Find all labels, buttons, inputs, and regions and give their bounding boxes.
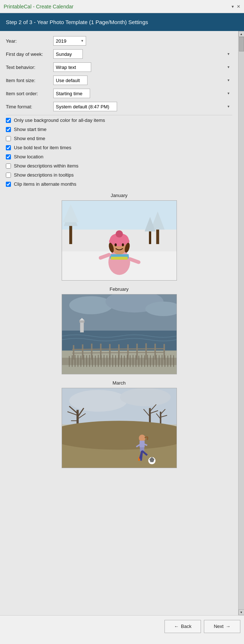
checkbox-row-5: Show location xyxy=(6,154,232,159)
item-font-size-select[interactable]: Use default 8pt 10pt 12pt xyxy=(53,76,88,85)
checkbox-show-desc-tooltips-label[interactable]: Show descriptions in tooltips xyxy=(14,172,74,178)
svg-point-19 xyxy=(115,243,117,246)
svg-rect-38 xyxy=(154,344,156,360)
march-photo-svg xyxy=(62,388,177,468)
january-photo[interactable] xyxy=(62,200,177,281)
item-sort-order-label: Item sort order: xyxy=(6,91,53,96)
close-icon[interactable]: ✕ xyxy=(237,4,240,9)
january-section: January xyxy=(6,193,232,281)
march-photo[interactable] xyxy=(62,388,177,468)
main-content: Year: 2019 2020 2021 First day of week: … xyxy=(0,31,244,615)
year-label: Year: xyxy=(6,38,53,44)
checkbox-show-start-time-label[interactable]: Show start time xyxy=(14,127,47,132)
february-photo-svg xyxy=(62,294,177,374)
checkbox-row-7: Show descriptions in tooltips xyxy=(6,172,232,178)
first-day-select-wrapper: Sunday Monday Saturday xyxy=(53,49,232,59)
svg-point-83 xyxy=(120,388,170,406)
first-day-row: First day of week: Sunday Monday Saturda… xyxy=(6,49,232,59)
next-icon: → xyxy=(226,624,231,629)
svg-rect-30 xyxy=(82,344,83,360)
checkbox-row-4: Use bold text for item times xyxy=(6,145,232,150)
svg-point-14 xyxy=(116,230,123,238)
text-behavior-select[interactable]: Wrap text Truncate text Auto-fit text xyxy=(53,62,91,72)
january-label: January xyxy=(111,193,127,198)
svg-point-24 xyxy=(69,296,112,315)
title-bar: PrintableCal - Create Calendar ▾ ✕ xyxy=(0,0,244,13)
march-label: March xyxy=(112,380,125,386)
checkbox-show-location-label[interactable]: Show location xyxy=(14,154,43,159)
checkbox-show-desc-items[interactable] xyxy=(6,163,11,169)
item-font-size-select-wrapper: Use default 8pt 10pt 12pt xyxy=(53,76,232,85)
checkbox-clip-items[interactable] xyxy=(6,182,11,187)
svg-point-20 xyxy=(121,243,124,246)
checkbox-clip-items-label[interactable]: Clip items in alternate months xyxy=(14,181,76,187)
february-photo[interactable] xyxy=(62,294,177,374)
step-title: Step 2 of 3 - Year Photo Template (1 Pag… xyxy=(6,19,148,25)
checkbox-bg-color[interactable] xyxy=(6,118,11,123)
window-controls: ▾ ✕ xyxy=(232,4,240,9)
back-icon: ← xyxy=(174,624,179,629)
checkbox-row-6: Show descriptions within items xyxy=(6,163,232,169)
svg-rect-37 xyxy=(145,343,147,360)
year-row: Year: 2019 2020 2021 xyxy=(6,36,232,46)
checkbox-show-end-time-label[interactable]: Show end time xyxy=(14,136,45,141)
scrollbar-thumb[interactable] xyxy=(239,37,244,51)
footer-bar: ← Back Next → xyxy=(0,615,244,637)
svg-rect-13 xyxy=(109,239,129,244)
checkbox-show-start-time[interactable] xyxy=(6,127,11,132)
scrollbar-up-btn[interactable]: ▲ xyxy=(239,31,244,37)
item-sort-order-select[interactable]: Starting time Summary Calendar xyxy=(53,89,90,98)
time-format-select[interactable]: System default (8:47 PM) 12-hour 24-hour xyxy=(53,102,117,111)
svg-point-100 xyxy=(62,421,177,450)
text-behavior-select-wrapper: Wrap text Truncate text Auto-fit text xyxy=(53,62,232,72)
divider-1 xyxy=(6,115,232,115)
march-section: March xyxy=(6,380,232,468)
checkbox-bold-text-label[interactable]: Use bold text for item times xyxy=(14,145,71,150)
checkbox-show-end-time[interactable] xyxy=(6,136,11,141)
checkbox-show-location[interactable] xyxy=(6,154,11,159)
svg-rect-41 xyxy=(79,320,84,323)
year-select-wrapper: 2019 2020 2021 xyxy=(53,36,86,46)
year-select[interactable]: 2019 2020 2021 xyxy=(53,36,86,46)
text-behavior-label: Text behavior: xyxy=(6,65,53,70)
item-sort-order-select-wrapper: Starting time Summary Calendar xyxy=(53,89,232,98)
checkbox-row-8: Clip items in alternate months xyxy=(6,181,232,187)
svg-line-106 xyxy=(141,451,142,461)
checkbox-bold-text[interactable] xyxy=(6,145,11,150)
step-header: Step 2 of 3 - Year Photo Template (1 Pag… xyxy=(0,13,244,31)
svg-rect-29 xyxy=(73,345,74,360)
february-label: February xyxy=(109,286,128,292)
first-day-label: First day of week: xyxy=(6,51,53,57)
text-behavior-row: Text behavior: Wrap text Truncate text A… xyxy=(6,62,232,72)
svg-point-82 xyxy=(69,390,127,412)
svg-rect-36 xyxy=(136,344,138,360)
svg-rect-40 xyxy=(80,321,84,332)
scrollbar-down-btn[interactable]: ▼ xyxy=(239,609,244,615)
time-format-row: Time format: System default (8:47 PM) 12… xyxy=(6,102,232,111)
checkbox-show-desc-items-label[interactable]: Show descriptions within items xyxy=(14,163,78,169)
first-day-select[interactable]: Sunday Monday Saturday xyxy=(53,49,83,59)
time-format-label: Time format: xyxy=(6,104,53,109)
checkbox-row-3: Show end time xyxy=(6,136,232,141)
checkbox-row-2: Show start time xyxy=(6,127,232,132)
checkbox-bg-color-label[interactable]: Only use background color for all-day it… xyxy=(14,117,105,123)
scroll-area[interactable]: Year: 2019 2020 2021 First day of week: … xyxy=(0,31,238,615)
item-font-size-label: Item font size: xyxy=(6,78,53,83)
january-photo-svg xyxy=(62,200,177,281)
item-sort-order-row: Item sort order: Starting time Summary C… xyxy=(6,89,232,98)
back-button[interactable]: ← Back xyxy=(164,620,201,633)
item-font-size-row: Item font size: Use default 8pt 10pt 12p… xyxy=(6,76,232,85)
next-button[interactable]: Next → xyxy=(204,620,240,633)
scrollbar: ▲ ▼ xyxy=(238,31,244,615)
app-title: PrintableCal - Create Calendar xyxy=(4,4,73,9)
svg-rect-16 xyxy=(111,257,128,260)
time-format-select-wrapper: System default (8:47 PM) 12-hour 24-hour xyxy=(53,102,232,111)
back-label: Back xyxy=(181,624,191,629)
dropdown-icon[interactable]: ▾ xyxy=(232,4,234,9)
checkbox-row-1: Only use background color for all-day it… xyxy=(6,117,232,123)
next-label: Next xyxy=(214,624,224,629)
february-section: February xyxy=(6,286,232,374)
scrollbar-track[interactable] xyxy=(239,37,244,609)
checkbox-show-desc-tooltips[interactable] xyxy=(6,173,11,178)
